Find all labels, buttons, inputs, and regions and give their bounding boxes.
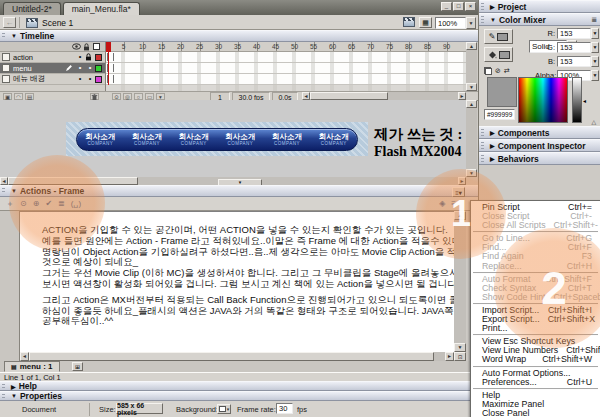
script-tab[interactable]: ▤ menu : 1 [4, 361, 60, 372]
frame-rate-input[interactable]: 30 [276, 403, 293, 414]
context-menu-item[interactable]: Close Panel [471, 409, 600, 417]
debug-options-icon[interactable]: ◈ [439, 199, 445, 209]
outline-color-icon[interactable] [93, 43, 100, 50]
edit-multiple-frames-icon[interactable]: ▭ [145, 93, 154, 100]
frame-row[interactable] [106, 52, 466, 63]
fill-color-button[interactable] [484, 47, 513, 62]
scroll-left-icon[interactable]: ◄ [0, 177, 8, 185]
center-frame-icon[interactable]: ⊙ [112, 93, 121, 100]
show-code-hint-icon[interactable]: (␣) [71, 199, 81, 209]
actions-panel-header[interactable]: ▼ Actions - Frame ≡▾ [0, 185, 478, 197]
no-color-icon[interactable]: ⊘ [495, 67, 501, 75]
timeline-layer-row[interactable]: 메뉴 배경 • • [0, 74, 105, 85]
layer-outline-color-swatch[interactable] [95, 76, 102, 83]
nav-menu-button[interactable]: 회사소개 COMPANY [77, 129, 124, 150]
modify-onion-markers-icon[interactable]: ▾ [156, 93, 165, 100]
stroke-color-button[interactable]: ✎ [484, 29, 513, 44]
channel-stepper-icon[interactable]: ▼ [591, 70, 599, 81]
scrollbar-thumb[interactable] [8, 177, 138, 185]
zoom-dropdown-arrow-icon[interactable]: ▼ [466, 17, 476, 29]
script-editor-area[interactable]: ACTION을 기입할 수 있는 공간이며, 어떤 ACTION을 넣을 수 있… [20, 211, 454, 352]
channel-stepper-icon[interactable]: ▼ [591, 42, 599, 53]
scrollbar-thumb[interactable] [29, 352, 434, 361]
timeline-vertical-scrollbar[interactable]: ▲ ▼ [466, 42, 477, 91]
check-syntax-icon[interactable]: ✔ [45, 199, 52, 209]
hex-color-input[interactable]: #999999 [484, 109, 515, 120]
nav-menu-button[interactable]: 회사소개 COMPANY [217, 129, 264, 150]
help-panel-header[interactable]: ▶Help [0, 381, 478, 391]
stage-vertical-scrollbar[interactable]: ▲ ▼ [466, 100, 477, 177]
nav-menu-button[interactable]: 회사소개 COMPANY [170, 129, 217, 150]
layer-visible-dot[interactable]: • [75, 75, 85, 83]
lock-icon[interactable] [83, 43, 90, 51]
menu-background-artwork[interactable]: 회사소개 COMPANY 회사소개 COMPANY 회사소개 COMPANY [66, 122, 368, 156]
properties-panel-header[interactable]: ▼Properties [0, 391, 478, 401]
project-panel-header[interactable]: ▶Project [479, 0, 600, 13]
onion-skin-outlines-icon[interactable]: ○ [134, 93, 143, 100]
add-motion-guide-icon[interactable]: ◠ [14, 93, 23, 100]
context-menu-item[interactable]: Print... [471, 324, 600, 333]
panel-options-menu-icon[interactable]: ≡▾ [452, 187, 465, 197]
channel-value-input[interactable]: 153 [557, 28, 591, 39]
layer-visible-dot[interactable]: • [75, 53, 85, 61]
add-statement-icon[interactable]: ＋ [6, 199, 14, 209]
restore-button[interactable]: □ [453, 2, 464, 11]
timeline-frames-pane[interactable]: 51015202530354045505560657075808590 [106, 42, 466, 91]
scroll-down-icon[interactable]: ▼ [454, 343, 466, 352]
minimize-button[interactable]: _ [441, 2, 452, 11]
scroll-up-icon[interactable]: ▲ [466, 42, 477, 50]
layer-lock-dot[interactable]: • [85, 75, 95, 83]
script-horizontal-scrollbar[interactable]: ◄ ► [20, 352, 454, 361]
scroll-down-icon[interactable]: ▼ [466, 83, 477, 91]
slider-arrow-icon[interactable]: ◂ [583, 97, 586, 104]
document-size-button[interactable]: 585 x 66 pixels [116, 403, 163, 414]
default-colors-icon[interactable] [484, 67, 492, 75]
zoom-value-input[interactable]: 100% [435, 17, 466, 29]
scene-breadcrumb[interactable]: Scene 1 [42, 18, 73, 28]
nav-menu-button[interactable]: 회사소개 COMPANY [124, 129, 171, 150]
scroll-right-icon[interactable]: ► [458, 177, 466, 185]
scroll-right-icon[interactable]: ► [445, 352, 454, 361]
layer-visible-dot[interactable]: • [75, 64, 85, 72]
color-mixer-panel-header[interactable]: ▼Color Mixer≣ [479, 13, 600, 26]
scroll-left-icon[interactable]: ◄ [20, 352, 29, 361]
scroll-down-icon[interactable]: ▼ [466, 169, 477, 177]
scroll-up-icon[interactable]: ▲ [466, 100, 477, 108]
frame-row[interactable] [106, 63, 466, 74]
collapse-triangle-icon[interactable]: △ [591, 118, 596, 125]
timeline-layer-row[interactable]: menu • • [0, 63, 105, 74]
behaviors-panel-header[interactable]: ▶Behaviors [479, 152, 600, 165]
layer-lock-dot[interactable]: • [85, 64, 95, 72]
insert-layer-icon[interactable]: ▣ [3, 93, 12, 100]
find-icon[interactable]: ⊙ [20, 199, 27, 209]
resize-corner[interactable]: ⊡ [454, 352, 466, 361]
channel-stepper-icon[interactable]: ▼ [591, 56, 599, 67]
insert-target-path-icon[interactable]: ⊕ [33, 199, 40, 209]
stage-canvas[interactable]: 회사소개 COMPANY 회사소개 COMPANY 회사소개 COMPANY [0, 100, 466, 177]
channel-stepper-icon[interactable]: ▼ [591, 28, 599, 39]
auto-format-icon[interactable]: ≣ [58, 199, 65, 209]
delete-layer-trash-icon[interactable] [90, 93, 99, 100]
onion-skin-icon[interactable]: ◎ [123, 93, 132, 100]
layer-lock-icon[interactable] [85, 53, 95, 61]
scroll-left-icon[interactable]: ◄ [302, 92, 310, 100]
insert-layer-folder-icon[interactable]: ▤ [25, 93, 34, 100]
edit-symbol-icon[interactable]: ▦ [419, 17, 432, 28]
context-menu-item[interactable]: Close All Scripts Ctrl+Shift+- [471, 221, 600, 230]
nav-menu-bar[interactable]: 회사소개 COMPANY 회사소개 COMPANY 회사소개 COMPANY [76, 128, 358, 151]
playhead-marker[interactable] [106, 42, 111, 52]
document-tab[interactable]: main_Menu.fla* [63, 2, 140, 15]
brightness-slider[interactable]: ◂ [572, 77, 582, 123]
nav-menu-button[interactable]: 회사소개 COMPANY [264, 129, 311, 150]
background-color-swatch[interactable]: ▾ [217, 404, 231, 414]
document-tab[interactable]: Untitled-2* [3, 2, 61, 15]
color-spectrum-picker[interactable] [518, 77, 568, 123]
timeline-layer-row[interactable]: action • • [0, 52, 105, 63]
script-vertical-scrollbar[interactable]: ▲ ▼ [454, 211, 466, 352]
channel-value-input[interactable]: 153 [557, 42, 591, 53]
close-button[interactable]: × [465, 2, 476, 11]
frame-grid[interactable] [106, 52, 466, 85]
pin-script-icon[interactable]: ⊞ [72, 362, 83, 371]
actions-toolbox-collapsed-strip[interactable] [0, 211, 20, 361]
components-panel-header[interactable]: ▶Components [479, 126, 600, 139]
